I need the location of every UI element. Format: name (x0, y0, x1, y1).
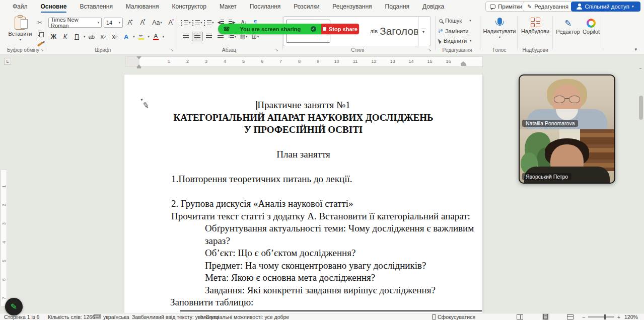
menu-tab-help[interactable]: Довідка (416, 0, 451, 13)
shield-check-icon: ✓ (311, 26, 316, 32)
zoom-out-button[interactable]: − (582, 313, 585, 320)
ruler-number: 7 (271, 57, 290, 66)
menu-tab-review[interactable]: Рецензування (326, 0, 378, 13)
annotation-pen-button[interactable]: ✎ (5, 298, 23, 315)
accessibility-indicator[interactable]: ♿ Спеціальні можливості: усе добре (199, 313, 289, 320)
menu-tab-insert[interactable]: Вставлення (73, 0, 119, 13)
align-right-button[interactable] (203, 32, 214, 41)
menu-tab-mailings[interactable]: Розсилки (287, 0, 326, 13)
select-button[interactable]: Виділити ▾ (439, 38, 471, 44)
word-count[interactable]: Кількість слів: 1266 (48, 313, 95, 320)
font-dialog-launcher[interactable]: ↘ (170, 48, 174, 52)
group-divider (603, 16, 603, 50)
chevron-down-icon[interactable]: ▾ (163, 35, 164, 39)
first-line-indent-marker[interactable] (136, 56, 141, 62)
zoom-handle[interactable] (604, 314, 606, 319)
search-icon (439, 19, 443, 23)
align-left-button[interactable] (180, 32, 191, 41)
editor-button[interactable]: ✎ Редактор (555, 19, 581, 35)
chevron-down-icon[interactable]: ▾ (148, 35, 150, 39)
scroll-up-arrow[interactable]: ▲ (638, 68, 642, 70)
collapse-ribbon-button[interactable]: ▾ (634, 47, 637, 52)
replace-button[interactable]: ⇄ Замінити (438, 28, 468, 34)
styles-group-label: Стилі (340, 47, 375, 53)
video-tile-participant-2[interactable]: Яворський Петро (520, 129, 614, 183)
highlight-button[interactable]: ✏ (136, 32, 147, 42)
style-heading-item[interactable]: Заголово (380, 17, 418, 46)
paragraph-group-label: Абзац (211, 47, 247, 53)
stop-share-label: Stop share (329, 26, 357, 32)
cut-button[interactable]: ✂ (35, 18, 44, 27)
ruler-number: 12 (365, 57, 383, 66)
styles-dialog-launcher[interactable]: ↘ (428, 48, 432, 52)
menu-tab-view[interactable]: Подання (379, 0, 416, 13)
zoom-in-button[interactable]: + (617, 313, 620, 320)
change-case-button[interactable]: Аа▾ (150, 18, 164, 28)
underline-button[interactable]: П (71, 32, 82, 42)
bold-button[interactable]: Ж (48, 32, 59, 42)
chevron-down-icon: ▾ (98, 21, 99, 25)
font-size-combobox[interactable]: 14 ▾ (104, 18, 123, 28)
meeting-video-panel[interactable]: Nataliia Ponomarova Яворський Петро (519, 74, 615, 184)
shrink-font-button[interactable]: А▾ (137, 18, 148, 28)
zoom-level[interactable]: 120% (624, 313, 638, 320)
text-effects-button[interactable]: А (121, 32, 131, 42)
copilot-button[interactable]: Copilot (580, 19, 602, 35)
chevron-down-icon: ▾ (469, 19, 471, 23)
doc-line: 2. Групова дискусія «Аналіз наукової ста… (124, 198, 482, 210)
video-tile-participant-1[interactable]: Nataliia Ponomarova (520, 75, 614, 129)
menu-tab-home[interactable]: Основне (34, 0, 74, 13)
paste-button[interactable]: Вставити ▾ (7, 17, 33, 52)
doc-text: 2. Групова дискусія «Аналіз наукової ста… (171, 198, 353, 209)
read-mode-button[interactable] (517, 313, 523, 320)
bullets-button[interactable]: ▾ (180, 18, 191, 27)
menu-tab-references[interactable]: Посилання (243, 0, 287, 13)
strikethrough-button[interactable]: ab (86, 32, 97, 42)
ruler-number: 9 (309, 57, 327, 66)
font-color-button[interactable]: А (151, 32, 161, 42)
superscript-button[interactable]: х2 (109, 32, 120, 42)
focus-mode-button[interactable]: Сфокусуватися (432, 313, 475, 320)
print-layout-button[interactable] (542, 313, 549, 320)
language-indicator[interactable]: українська (103, 313, 129, 320)
dictate-button[interactable]: Надиктувати ▾ (483, 18, 516, 39)
ruler-number: 1 (0, 184, 13, 189)
scrollbar-thumb[interactable] (639, 96, 643, 120)
web-layout-button[interactable] (567, 313, 574, 320)
menu-tab-design[interactable]: Конструктор (165, 0, 212, 13)
grow-font-button[interactable]: А▴ (125, 18, 135, 28)
font-name-combobox[interactable]: Times New Roman ▾ (48, 18, 102, 28)
styles-more-button[interactable]: ▾ (418, 17, 428, 46)
editing-mode-button[interactable]: ✎ Редагування ▾ (523, 2, 577, 12)
menu-tab-layout[interactable]: Макет (213, 0, 243, 13)
share-button[interactable]: Спільний доступ ▾ (571, 2, 640, 12)
keyboard-status[interactable]: ⌨ (93, 313, 101, 320)
paragraph-dialog-launcher[interactable]: ↘ (275, 48, 278, 52)
subscript-button[interactable]: х2 (98, 32, 108, 42)
screen-share-bar: ☎ You are screen sharing ✓ Stop share (218, 24, 359, 34)
tab-selector[interactable]: L (4, 58, 11, 65)
menu-tab-draw[interactable]: Малювання (119, 0, 165, 13)
vertical-ruler: 1234567891011 (1, 139, 7, 306)
ruler-number: 3 (197, 57, 216, 66)
clipboard-dialog-launcher[interactable]: ↘ (40, 48, 44, 52)
addins-button[interactable]: Надбудови (520, 18, 551, 34)
copy-button[interactable] (35, 29, 44, 37)
comments-button[interactable]: Примітки (485, 2, 527, 12)
clipboard-group-label: Буфер обміну (3, 47, 43, 53)
editing-mode-label: Редагування (534, 4, 568, 10)
vertical-scrollbar[interactable]: ▲ (637, 68, 644, 313)
voice-group-label: Голос (483, 47, 516, 53)
find-button[interactable]: Пошук ▾ (439, 18, 471, 24)
clear-formatting-button[interactable]: А✦ (166, 18, 177, 28)
document-page[interactable]: ✎✦ Практичне заняття №1 КАТЕГОРІАЛЬНИЙ А… (124, 74, 482, 313)
numbering-button[interactable]: ▾ (192, 18, 203, 27)
menu-tab-file[interactable]: Файл (6, 0, 34, 13)
chevron-down-icon[interactable]: ▾ (133, 35, 134, 39)
align-center-button[interactable] (192, 32, 203, 41)
stop-share-button[interactable]: Stop share (321, 24, 359, 34)
multilevel-list-button[interactable]: ▾ (203, 18, 214, 27)
italic-button[interactable]: К (60, 32, 70, 42)
chevron-down-icon[interactable]: ▾ (84, 35, 85, 39)
zoom-slider[interactable] (588, 313, 614, 320)
